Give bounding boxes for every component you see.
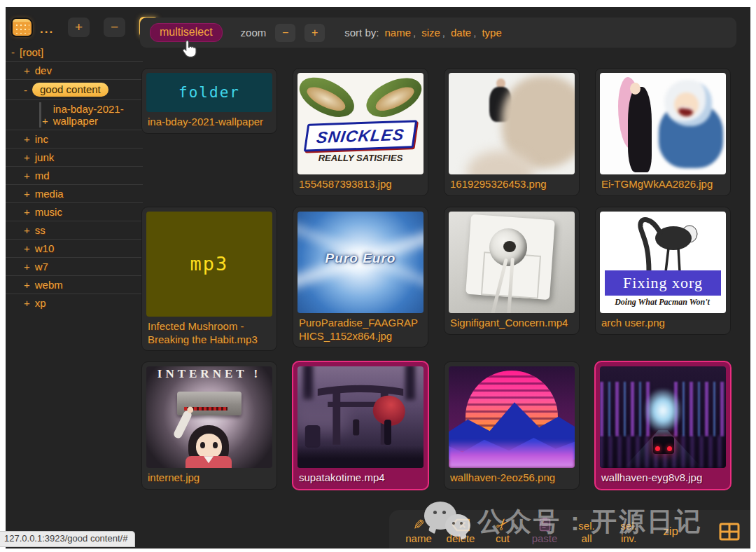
grid-view-button[interactable] (718, 522, 741, 544)
expand-toggle[interactable]: + (24, 170, 30, 181)
paste-button-disabled[interactable]: paste (531, 517, 559, 544)
pointing-arm-shape (172, 410, 192, 440)
separator: , (442, 27, 445, 39)
purple-fog (449, 440, 575, 468)
file-card-anime[interactable]: Ei-TGMgWkAA2826.jpg (595, 68, 731, 196)
expand-toggle[interactable]: + (24, 188, 30, 200)
tree-item-label: music (35, 206, 62, 218)
select-all-label-line2: all (581, 532, 592, 544)
folder-thumbnail: folder (146, 73, 272, 112)
file-label: 1554587393813.jpg (298, 174, 424, 193)
file-card-city-selected[interactable]: wallhaven-eyg8v8.jpg (595, 361, 731, 490)
banner-text: Fixing xorg (623, 274, 703, 292)
internet-caption: INTERNET ! (146, 367, 272, 381)
select-all-button[interactable]: sel. all (573, 520, 601, 544)
tree-item-w7[interactable]: + w7 (6, 257, 143, 275)
image-thumbnail: INTERNET ! (146, 366, 272, 468)
tree-item-ina-bday-2021-wallpaper[interactable]: + ina-bday-2021-wallpaper (6, 99, 143, 130)
zoom-in-button[interactable]: + (304, 24, 325, 42)
tree-item-webm[interactable]: + webm (6, 275, 143, 294)
copyparty-logo-bread-icon[interactable] (13, 19, 31, 36)
video-thumbnail (298, 366, 424, 468)
file-label: Ei-TGMgWkAA2826.jpg (600, 174, 726, 193)
file-card-socket[interactable]: Signifigant_Concern.mp4 (444, 207, 580, 335)
tree-narrow-button[interactable]: − (104, 18, 125, 37)
expand-toggle[interactable]: + (24, 224, 30, 236)
file-card-supatakotime-selected[interactable]: supatakotime.mp4 (293, 361, 428, 490)
sidebar-toolbar: ... + − a (13, 17, 158, 37)
image-thumbnail (600, 73, 726, 174)
expand-toggle[interactable]: + (24, 297, 30, 309)
file-card-synthwave[interactable]: wallhaven-2eoz56.png (444, 361, 580, 490)
more-dots[interactable]: ... (40, 22, 54, 36)
expand-toggle[interactable]: + (24, 64, 30, 76)
rename-label: name (405, 532, 432, 544)
neon-buildings (674, 382, 726, 436)
image-thumbnail (449, 366, 575, 468)
tree-widen-button[interactable]: + (68, 18, 90, 37)
expand-toggle[interactable]: + (24, 261, 30, 272)
banner-tagline: Doing What Pacman Won't (600, 297, 724, 308)
sort-name-link[interactable]: name (384, 27, 411, 39)
tree-item-dev[interactable]: + dev (6, 61, 143, 79)
file-card-throw[interactable]: 1619295326453.png (444, 68, 580, 196)
select-invert-label-line1: sel. (620, 520, 636, 532)
file-grid: folder ina-bday-2021-wallpaper SNICKLES … (141, 68, 731, 490)
file-label: ina-bday-2021-wallpaper (146, 112, 272, 130)
expand-toggle[interactable]: + (24, 279, 30, 291)
file-card-puro[interactable]: Puro Euro PuroParadise_FAAGRAPHICS_1152x… (293, 207, 428, 348)
rename-button[interactable]: ✎ name (405, 518, 433, 544)
cut-button[interactable]: ✂ cut (489, 518, 517, 544)
file-card-snickles[interactable]: SNICKLES REALLY SATISFIES 1554587393813.… (293, 68, 428, 196)
face-shape (196, 434, 222, 459)
file-card-mp3[interactable]: mp3 Infected Mushroom - Breaking the Hab… (141, 207, 277, 352)
tree-item-junk[interactable]: + junk (6, 148, 143, 166)
car-silhouette (653, 436, 674, 454)
tree-item-xp[interactable]: + xp (6, 294, 143, 312)
expand-toggle[interactable]: + (42, 115, 48, 127)
tree-item-label: ss (35, 224, 46, 236)
tree-item-root[interactable]: - [root] (6, 43, 143, 61)
expand-toggle[interactable]: + (24, 133, 30, 145)
app-window: ... + − a - [root] + dev - good content … (6, 7, 750, 548)
file-card-folder[interactable]: folder ina-bday-2021-wallpaper (141, 68, 277, 134)
file-label: Signifigant_Concern.mp4 (449, 313, 575, 331)
tree-item-label: inc (35, 133, 48, 145)
zip-button[interactable]: zip (657, 525, 685, 544)
expand-toggle[interactable]: + (24, 151, 30, 163)
tree-item-label: xp (35, 297, 46, 309)
tree-item-w10[interactable]: + w10 (6, 239, 143, 257)
tree-item-md[interactable]: + md (6, 166, 143, 184)
expand-toggle[interactable]: + (24, 242, 30, 254)
file-card-internet[interactable]: INTERNET ! internet.jpg (141, 361, 277, 490)
tree-item-ss[interactable]: + ss (6, 221, 143, 239)
collapse-toggle[interactable]: - (24, 84, 27, 96)
image-thumbnail: SNICKLES REALLY SATISFIES (298, 73, 424, 174)
file-label: 1619295326453.png (449, 174, 575, 193)
tree-item-inc[interactable]: + inc (6, 130, 143, 148)
collapse-toggle[interactable]: - (11, 46, 15, 58)
tree-item-label: ina-bday-2021-wallpaper (53, 103, 132, 127)
zoom-out-button[interactable]: − (275, 24, 295, 42)
tree-item-media[interactable]: + media (6, 184, 143, 202)
select-all-label-line1: sel. (578, 520, 594, 532)
file-label: PuroParadise_FAAGRAPHICS_1152x864.jpg (298, 313, 424, 345)
socket-hole (503, 241, 516, 252)
sort-type-link[interactable]: type (482, 27, 501, 39)
sort-size-link[interactable]: size (421, 27, 440, 39)
cut-label: cut (496, 532, 510, 544)
video-thumbnail (449, 212, 575, 313)
delete-button[interactable]: delete (447, 518, 475, 544)
file-label: internet.jpg (146, 468, 272, 486)
tree-item-good-content[interactable]: - good content (6, 79, 143, 99)
sort-date-link[interactable]: date (451, 27, 471, 39)
expand-toggle[interactable]: + (24, 206, 30, 218)
file-card-arch[interactable]: Fixing xorg Doing What Pacman Won't arch… (595, 207, 731, 335)
face-shape (630, 83, 640, 95)
select-invert-button[interactable]: sel. inv. (615, 520, 643, 544)
tree-item-music[interactable]: + music (6, 202, 143, 221)
snake-half-right (360, 73, 424, 125)
blurred-figure (653, 80, 723, 168)
snake-half-left (298, 73, 360, 125)
image-thumbnail (600, 366, 726, 468)
